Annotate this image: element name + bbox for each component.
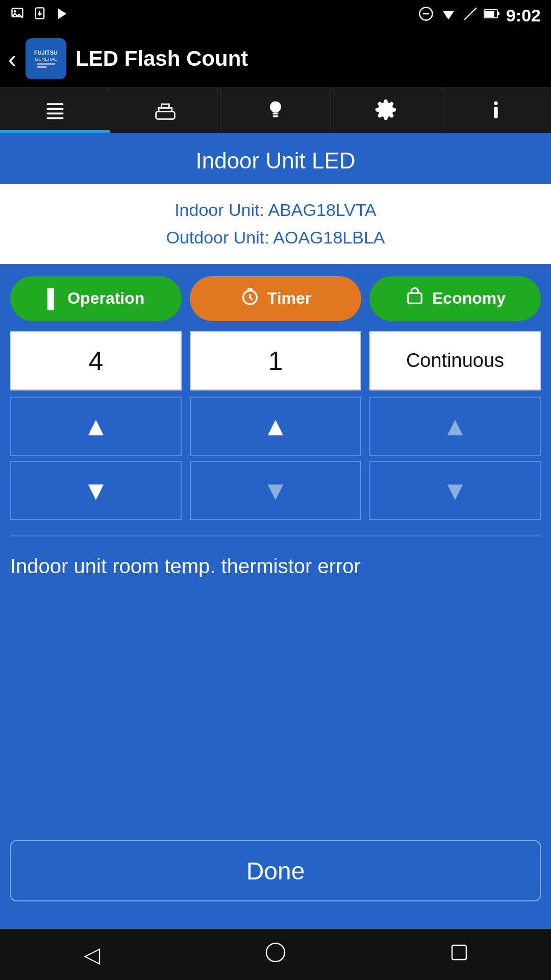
up-arrow-icon: ▲ [442,411,468,442]
up-arrow-icon: ▲ [262,411,288,442]
tab-bulb[interactable] [220,87,331,133]
back-arrow-icon[interactable]: ‹ [8,45,16,73]
down-arrow-icon: ▼ [442,475,468,506]
outdoor-label: Outdoor Unit: [166,228,269,247]
svg-rect-27 [273,115,279,117]
svg-rect-21 [46,117,63,119]
led-buttons-row: ▌ Operation Timer Economy [10,276,541,321]
time-display: 9:02 [506,6,541,26]
done-button[interactable]: Done [10,840,541,901]
up-arrow-icon: ▲ [83,411,109,442]
svg-rect-18 [46,103,63,105]
picture-icon [10,7,24,24]
svg-rect-12 [485,11,494,17]
divider [10,535,541,536]
tab-bar [0,87,551,133]
wifi-icon [440,7,457,24]
operation-label: Operation [67,289,144,308]
power-icon: ▌ [47,288,61,309]
svg-rect-19 [46,108,63,110]
economy-label: Economy [432,289,506,308]
economy-down-button[interactable]: ▼ [369,461,541,520]
do-not-disturb-icon [418,6,434,25]
svg-rect-17 [37,66,47,68]
indoor-label: Indoor Unit: [174,200,264,219]
nav-bar: ◁ [0,929,551,980]
play-icon [55,7,69,24]
svg-line-9 [464,8,476,19]
nav-recent-icon [449,942,469,967]
app-logo: FUJITSU GENERAL [26,38,66,79]
status-bar: 9:02 [0,0,551,31]
outdoor-value: AOAG18LBLA [273,228,385,247]
operation-up-button[interactable]: ▲ [10,397,182,456]
battery-icon [484,7,500,24]
signal-icon [463,7,478,24]
up-arrow-row: ▲ ▲ ▲ [10,397,541,456]
nav-recent-button[interactable] [439,934,480,975]
timer-value: 1 [190,331,361,390]
done-label: Done [246,857,305,885]
economy-icon [405,286,425,311]
down-arrow-icon: ▼ [83,475,109,506]
timer-button[interactable]: Timer [190,276,361,321]
svg-rect-24 [161,104,169,108]
svg-marker-8 [443,11,454,19]
down-arrow-row: ▼ ▼ ▼ [10,461,541,520]
svg-rect-32 [408,293,422,303]
economy-up-button[interactable]: ▲ [369,397,541,456]
svg-rect-22 [156,112,174,119]
svg-rect-11 [497,12,499,15]
download-icon [33,7,47,24]
status-left-icons [10,7,69,24]
svg-rect-26 [273,113,279,115]
timer-label: Timer [267,289,312,308]
svg-point-1 [14,10,16,13]
svg-text:FUJITSU: FUJITSU [34,50,58,56]
main-content: ▌ Operation Timer Economy [0,264,551,929]
error-message: Indoor unit room temp. thermistor error [10,547,541,585]
svg-marker-5 [58,8,66,19]
svg-text:GENERAL: GENERAL [35,57,57,62]
economy-button[interactable]: Economy [369,276,541,321]
nav-back-button[interactable]: ◁ [71,934,112,975]
page-header: Indoor Unit LED [0,133,551,184]
tab-list[interactable] [0,87,110,133]
done-btn-container: Done [10,840,541,917]
operation-down-button[interactable]: ▼ [10,461,182,520]
svg-rect-16 [37,63,55,65]
svg-rect-20 [46,113,63,115]
status-right-icons: 9:02 [418,6,541,26]
timer-down-button[interactable]: ▼ [190,461,361,520]
timer-icon [240,286,260,311]
operation-button[interactable]: ▌ Operation [10,276,182,321]
svg-point-33 [266,943,285,962]
down-arrow-icon: ▼ [262,475,288,506]
tab-settings[interactable] [331,87,441,133]
nav-home-icon [264,941,287,968]
svg-rect-29 [494,107,498,118]
nav-home-button[interactable] [255,934,296,975]
outdoor-unit-info: Outdoor Unit: AOAG18LBLA [10,224,541,251]
nav-back-icon: ◁ [84,942,100,967]
svg-point-25 [270,102,281,113]
indoor-unit-info: Indoor Unit: ABAG18LVTA [10,196,541,224]
value-row: 4 1 Continuous [10,331,541,390]
svg-point-28 [494,102,498,105]
timer-up-button[interactable]: ▲ [190,397,361,456]
indoor-value: ABAG18LVTA [268,200,377,219]
page-title: Indoor Unit LED [195,148,355,173]
unit-info: Indoor Unit: ABAG18LVTA Outdoor Unit: AO… [0,184,551,264]
svg-rect-34 [452,945,466,960]
tab-tools[interactable] [110,87,220,133]
economy-value: Continuous [369,331,541,390]
app-bar: ‹ FUJITSU GENERAL LED Flash Count [0,31,551,87]
tab-info[interactable] [441,87,551,133]
operation-value: 4 [10,331,182,390]
app-title: LED Flash Count [76,46,248,71]
